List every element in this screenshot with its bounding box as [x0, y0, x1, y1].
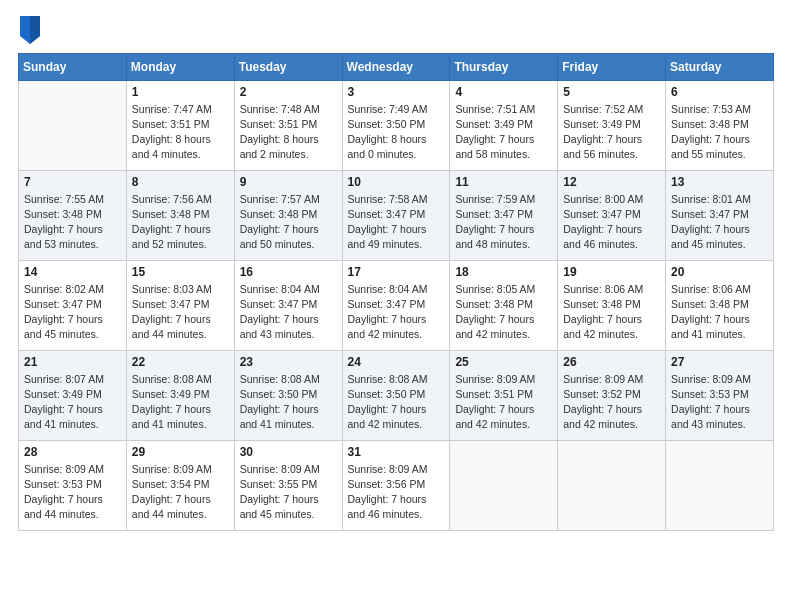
day-number: 18: [455, 265, 552, 279]
calendar-cell: 16 Sunrise: 8:04 AMSunset: 3:47 PMDaylig…: [234, 260, 342, 350]
calendar-cell: 8 Sunrise: 7:56 AMSunset: 3:48 PMDayligh…: [126, 170, 234, 260]
day-info: Sunrise: 8:07 AMSunset: 3:49 PMDaylight:…: [24, 372, 121, 433]
calendar-week-row: 14 Sunrise: 8:02 AMSunset: 3:47 PMDaylig…: [19, 260, 774, 350]
calendar-cell: [666, 440, 774, 530]
day-info: Sunrise: 8:01 AMSunset: 3:47 PMDaylight:…: [671, 192, 768, 253]
day-number: 22: [132, 355, 229, 369]
header-thursday: Thursday: [450, 53, 558, 80]
header-monday: Monday: [126, 53, 234, 80]
day-number: 8: [132, 175, 229, 189]
day-number: 9: [240, 175, 337, 189]
day-info: Sunrise: 7:56 AMSunset: 3:48 PMDaylight:…: [132, 192, 229, 253]
day-info: Sunrise: 8:06 AMSunset: 3:48 PMDaylight:…: [671, 282, 768, 343]
day-number: 20: [671, 265, 768, 279]
day-info: Sunrise: 7:47 AMSunset: 3:51 PMDaylight:…: [132, 102, 229, 163]
calendar-cell: 4 Sunrise: 7:51 AMSunset: 3:49 PMDayligh…: [450, 80, 558, 170]
calendar-cell: 31 Sunrise: 8:09 AMSunset: 3:56 PMDaylig…: [342, 440, 450, 530]
calendar-cell: 15 Sunrise: 8:03 AMSunset: 3:47 PMDaylig…: [126, 260, 234, 350]
day-number: 11: [455, 175, 552, 189]
day-info: Sunrise: 7:57 AMSunset: 3:48 PMDaylight:…: [240, 192, 337, 253]
calendar-cell: 25 Sunrise: 8:09 AMSunset: 3:51 PMDaylig…: [450, 350, 558, 440]
day-info: Sunrise: 8:09 AMSunset: 3:51 PMDaylight:…: [455, 372, 552, 433]
day-info: Sunrise: 8:09 AMSunset: 3:56 PMDaylight:…: [348, 462, 445, 523]
day-number: 2: [240, 85, 337, 99]
svg-marker-1: [30, 16, 40, 44]
day-number: 12: [563, 175, 660, 189]
calendar-cell: 6 Sunrise: 7:53 AMSunset: 3:48 PMDayligh…: [666, 80, 774, 170]
header-friday: Friday: [558, 53, 666, 80]
day-number: 25: [455, 355, 552, 369]
day-info: Sunrise: 8:08 AMSunset: 3:50 PMDaylight:…: [348, 372, 445, 433]
calendar-week-row: 21 Sunrise: 8:07 AMSunset: 3:49 PMDaylig…: [19, 350, 774, 440]
header-tuesday: Tuesday: [234, 53, 342, 80]
day-info: Sunrise: 8:04 AMSunset: 3:47 PMDaylight:…: [348, 282, 445, 343]
day-number: 29: [132, 445, 229, 459]
header-wednesday: Wednesday: [342, 53, 450, 80]
calendar-cell: 22 Sunrise: 8:08 AMSunset: 3:49 PMDaylig…: [126, 350, 234, 440]
day-info: Sunrise: 8:04 AMSunset: 3:47 PMDaylight:…: [240, 282, 337, 343]
day-info: Sunrise: 7:53 AMSunset: 3:48 PMDaylight:…: [671, 102, 768, 163]
day-info: Sunrise: 8:03 AMSunset: 3:47 PMDaylight:…: [132, 282, 229, 343]
calendar-wrapper: SundayMondayTuesdayWednesdayThursdayFrid…: [10, 53, 782, 539]
day-info: Sunrise: 8:08 AMSunset: 3:50 PMDaylight:…: [240, 372, 337, 433]
calendar-cell: 17 Sunrise: 8:04 AMSunset: 3:47 PMDaylig…: [342, 260, 450, 350]
calendar-cell: [19, 80, 127, 170]
day-info: Sunrise: 8:09 AMSunset: 3:53 PMDaylight:…: [671, 372, 768, 433]
day-info: Sunrise: 8:00 AMSunset: 3:47 PMDaylight:…: [563, 192, 660, 253]
day-info: Sunrise: 7:48 AMSunset: 3:51 PMDaylight:…: [240, 102, 337, 163]
calendar-cell: 18 Sunrise: 8:05 AMSunset: 3:48 PMDaylig…: [450, 260, 558, 350]
calendar-cell: 11 Sunrise: 7:59 AMSunset: 3:47 PMDaylig…: [450, 170, 558, 260]
day-number: 26: [563, 355, 660, 369]
calendar-cell: 10 Sunrise: 7:58 AMSunset: 3:47 PMDaylig…: [342, 170, 450, 260]
day-info: Sunrise: 8:06 AMSunset: 3:48 PMDaylight:…: [563, 282, 660, 343]
header-saturday: Saturday: [666, 53, 774, 80]
day-number: 13: [671, 175, 768, 189]
calendar-cell: 30 Sunrise: 8:09 AMSunset: 3:55 PMDaylig…: [234, 440, 342, 530]
day-number: 5: [563, 85, 660, 99]
calendar-table: SundayMondayTuesdayWednesdayThursdayFrid…: [18, 53, 774, 531]
day-number: 17: [348, 265, 445, 279]
calendar-cell: 26 Sunrise: 8:09 AMSunset: 3:52 PMDaylig…: [558, 350, 666, 440]
day-info: Sunrise: 8:05 AMSunset: 3:48 PMDaylight:…: [455, 282, 552, 343]
day-info: Sunrise: 8:08 AMSunset: 3:49 PMDaylight:…: [132, 372, 229, 433]
calendar-week-row: 28 Sunrise: 8:09 AMSunset: 3:53 PMDaylig…: [19, 440, 774, 530]
calendar-cell: 20 Sunrise: 8:06 AMSunset: 3:48 PMDaylig…: [666, 260, 774, 350]
logo-icon: [20, 16, 40, 44]
day-number: 27: [671, 355, 768, 369]
day-number: 23: [240, 355, 337, 369]
page-header: [10, 10, 782, 49]
day-number: 14: [24, 265, 121, 279]
day-number: 31: [348, 445, 445, 459]
day-info: Sunrise: 7:59 AMSunset: 3:47 PMDaylight:…: [455, 192, 552, 253]
calendar-cell: 28 Sunrise: 8:09 AMSunset: 3:53 PMDaylig…: [19, 440, 127, 530]
calendar-cell: [558, 440, 666, 530]
day-number: 6: [671, 85, 768, 99]
calendar-header-row: SundayMondayTuesdayWednesdayThursdayFrid…: [19, 53, 774, 80]
calendar-cell: 21 Sunrise: 8:07 AMSunset: 3:49 PMDaylig…: [19, 350, 127, 440]
calendar-cell: 19 Sunrise: 8:06 AMSunset: 3:48 PMDaylig…: [558, 260, 666, 350]
calendar-cell: 1 Sunrise: 7:47 AMSunset: 3:51 PMDayligh…: [126, 80, 234, 170]
day-number: 28: [24, 445, 121, 459]
calendar-cell: 27 Sunrise: 8:09 AMSunset: 3:53 PMDaylig…: [666, 350, 774, 440]
calendar-cell: 23 Sunrise: 8:08 AMSunset: 3:50 PMDaylig…: [234, 350, 342, 440]
day-info: Sunrise: 8:02 AMSunset: 3:47 PMDaylight:…: [24, 282, 121, 343]
day-info: Sunrise: 7:55 AMSunset: 3:48 PMDaylight:…: [24, 192, 121, 253]
day-number: 1: [132, 85, 229, 99]
day-info: Sunrise: 8:09 AMSunset: 3:54 PMDaylight:…: [132, 462, 229, 523]
day-info: Sunrise: 8:09 AMSunset: 3:52 PMDaylight:…: [563, 372, 660, 433]
calendar-cell: 2 Sunrise: 7:48 AMSunset: 3:51 PMDayligh…: [234, 80, 342, 170]
calendar-body: 1 Sunrise: 7:47 AMSunset: 3:51 PMDayligh…: [19, 80, 774, 530]
day-info: Sunrise: 7:58 AMSunset: 3:47 PMDaylight:…: [348, 192, 445, 253]
day-info: Sunrise: 7:51 AMSunset: 3:49 PMDaylight:…: [455, 102, 552, 163]
calendar-cell: 29 Sunrise: 8:09 AMSunset: 3:54 PMDaylig…: [126, 440, 234, 530]
day-info: Sunrise: 7:52 AMSunset: 3:49 PMDaylight:…: [563, 102, 660, 163]
calendar-cell: [450, 440, 558, 530]
header-sunday: Sunday: [19, 53, 127, 80]
calendar-cell: 14 Sunrise: 8:02 AMSunset: 3:47 PMDaylig…: [19, 260, 127, 350]
calendar-cell: 7 Sunrise: 7:55 AMSunset: 3:48 PMDayligh…: [19, 170, 127, 260]
day-number: 10: [348, 175, 445, 189]
day-number: 24: [348, 355, 445, 369]
calendar-cell: 12 Sunrise: 8:00 AMSunset: 3:47 PMDaylig…: [558, 170, 666, 260]
day-number: 19: [563, 265, 660, 279]
calendar-cell: 5 Sunrise: 7:52 AMSunset: 3:49 PMDayligh…: [558, 80, 666, 170]
